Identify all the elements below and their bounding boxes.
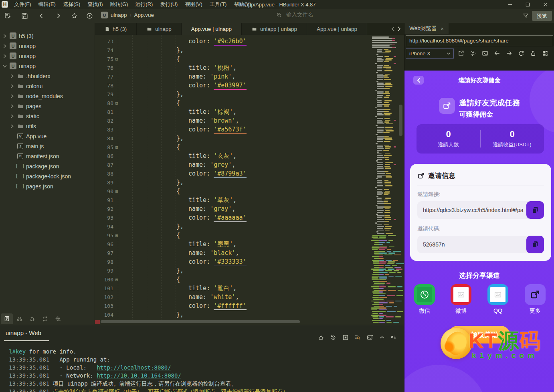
fold-icon[interactable]: ⊟ — [113, 57, 120, 61]
share-channel-more[interactable] — [525, 284, 546, 305]
close-icon[interactable]: × — [441, 26, 444, 32]
copy-code-button[interactable] — [526, 236, 544, 253]
open-in-browser-icon[interactable] — [458, 50, 465, 57]
refresh-icon[interactable] — [518, 50, 525, 57]
minimize-icon[interactable] — [501, 0, 519, 9]
fold-icon[interactable]: ⊟ — [113, 189, 120, 194]
tab-scroll-left-icon[interactable] — [391, 26, 395, 31]
console-debug-icon[interactable] — [317, 334, 325, 341]
tree-item-App.vue[interactable]: VApp.vue — [0, 131, 95, 141]
nav-forward-icon[interactable] — [506, 50, 513, 57]
url-input[interactable]: http://localhost:8080/#/pages/share/shar… — [406, 35, 553, 46]
terminal-icon[interactable] — [482, 50, 489, 57]
tree-item-manifest.json[interactable]: ⚙manifest.json — [0, 151, 95, 161]
sync-panel-icon[interactable] — [38, 315, 51, 322]
files-panel-icon[interactable] — [1, 313, 13, 324]
share-channel-微信[interactable] — [414, 284, 435, 305]
tree-item-pages.json[interactable]: [ ]pages.json — [0, 181, 95, 191]
tree-item-package-lock.json[interactable]: [ ]package-lock.json — [0, 171, 95, 181]
log-link[interactable]: http://10.10.10.164:8080/ — [97, 372, 181, 379]
nav-forward-icon[interactable] — [55, 12, 62, 20]
chevron-right-icon[interactable] — [10, 94, 14, 98]
menu-item[interactable]: 查找(I) — [84, 1, 106, 7]
console-stop-icon[interactable] — [342, 334, 349, 341]
menu-item[interactable]: 发行(U) — [156, 1, 181, 7]
minimap[interactable] — [369, 36, 398, 323]
vertical-scrollbar[interactable] — [399, 105, 402, 136]
unlock-icon[interactable] — [530, 50, 537, 57]
network-panel-icon[interactable] — [51, 315, 64, 322]
code-area[interactable]: 73color: '#9c26b0'74},75⊟{76title: '桃粉',… — [95, 35, 404, 325]
save-icon[interactable] — [21, 12, 28, 20]
debug-panel-icon[interactable] — [26, 315, 38, 322]
tree-item-utils[interactable]: utils — [0, 121, 95, 131]
console-restart-icon[interactable] — [330, 334, 337, 341]
tree-item-uinapp[interactable]: Uuinapp — [0, 61, 95, 71]
breadcrumb-project[interactable]: uinapp — [111, 12, 127, 18]
chevron-down-icon[interactable] — [2, 65, 7, 68]
invite-code-input[interactable]: 526857n — [417, 236, 529, 253]
fold-icon[interactable]: ⊟ — [113, 145, 120, 150]
qrcode-icon[interactable] — [542, 50, 549, 57]
copy-link-button[interactable] — [526, 201, 544, 219]
tree-item-colorui[interactable]: colorui — [0, 81, 95, 91]
editor-tab[interactable]: App.vue | uinapp — [182, 23, 242, 35]
breadcrumb-file[interactable]: App.vue — [134, 12, 154, 18]
tree-item-package.json[interactable]: [ ]package.json — [0, 161, 95, 171]
close-icon[interactable] — [536, 0, 554, 9]
share-channel-微博[interactable] — [451, 284, 471, 305]
filter-funnel-icon[interactable] — [522, 12, 529, 19]
tree-item-pages[interactable]: pages — [0, 101, 95, 111]
tree-item-uniapp[interactable]: Uuniapp — [0, 51, 95, 61]
file-search-input[interactable]: 输入文件名 — [276, 11, 313, 18]
editor-tab[interactable]: App.vue | uniapp — [307, 23, 367, 35]
editor-tab[interactable]: uinapp — [137, 23, 182, 35]
chevron-right-icon[interactable] — [10, 124, 14, 128]
maximize-icon[interactable] — [519, 0, 536, 9]
tree-item-.hbuilderx[interactable]: .hbuilderx — [0, 71, 95, 81]
console-new-terminal-icon[interactable] — [366, 334, 374, 341]
invite-link-input[interactable]: https://qdcs3.btzyw.cc/h5/index.html#/pa — [417, 201, 529, 219]
browser-tab[interactable]: Web浏览器 × — [404, 23, 449, 34]
tree-item-node_modules[interactable]: node_modules — [0, 91, 95, 101]
settings-gear-icon[interactable] — [470, 50, 477, 57]
tree-item-uniapp[interactable]: Uuniapp — [0, 41, 95, 51]
run-icon[interactable] — [86, 12, 93, 20]
log-link[interactable]: http://localhost:8080/ — [97, 364, 171, 371]
tree-item-main.js[interactable]: Jmain.js — [0, 141, 95, 151]
log-link[interactable]: l#key — [9, 348, 26, 355]
favorite-star-icon[interactable] — [71, 12, 78, 20]
nav-back-icon[interactable] — [494, 50, 501, 57]
console-collapse-icon[interactable] — [378, 334, 386, 341]
tree-item-h5-3-[interactable]: Uh5 (3) — [0, 31, 95, 41]
tree-item-static[interactable]: static — [0, 111, 95, 121]
preview-button[interactable]: 预览 — [532, 11, 552, 21]
menu-item[interactable]: 工具(T) — [206, 1, 230, 7]
menu-item[interactable]: 运行(R) — [131, 1, 156, 7]
menu-item[interactable]: 文件(F) — [10, 1, 35, 7]
menu-item[interactable]: 选择(S) — [59, 1, 84, 7]
chevron-right-icon[interactable] — [10, 74, 14, 78]
chevron-right-icon[interactable] — [10, 114, 14, 118]
new-file-icon[interactable] — [4, 12, 12, 20]
nav-back-icon[interactable] — [38, 12, 45, 20]
menu-item[interactable]: 编辑(E) — [35, 1, 59, 7]
chevron-right-icon[interactable] — [2, 44, 7, 48]
search-panel-icon[interactable] — [13, 315, 26, 322]
menu-item[interactable]: 跳转(G) — [107, 1, 132, 7]
fold-icon[interactable]: ⊟ — [113, 277, 120, 282]
console-close-icon[interactable] — [390, 334, 397, 341]
fold-icon[interactable]: ⊟ — [113, 233, 120, 238]
chevron-right-icon[interactable] — [10, 104, 14, 108]
horizontal-scrollbar[interactable] — [101, 320, 300, 323]
tab-scroll-right-icon[interactable] — [397, 26, 401, 31]
console-tab[interactable]: uinapp - Web — [6, 329, 41, 336]
chevron-right-icon[interactable] — [2, 34, 7, 38]
fold-icon[interactable]: ⊟ — [113, 101, 120, 105]
chevron-right-icon[interactable] — [2, 54, 7, 58]
editor-tab[interactable]: uniapp | uniapp — [242, 23, 307, 35]
console-search-log-icon[interactable] — [354, 334, 361, 341]
device-select[interactable]: iPhone X — [406, 48, 454, 59]
editor-tab[interactable]: h5 (3) — [95, 23, 137, 35]
share-channel-QQ[interactable] — [487, 284, 508, 305]
